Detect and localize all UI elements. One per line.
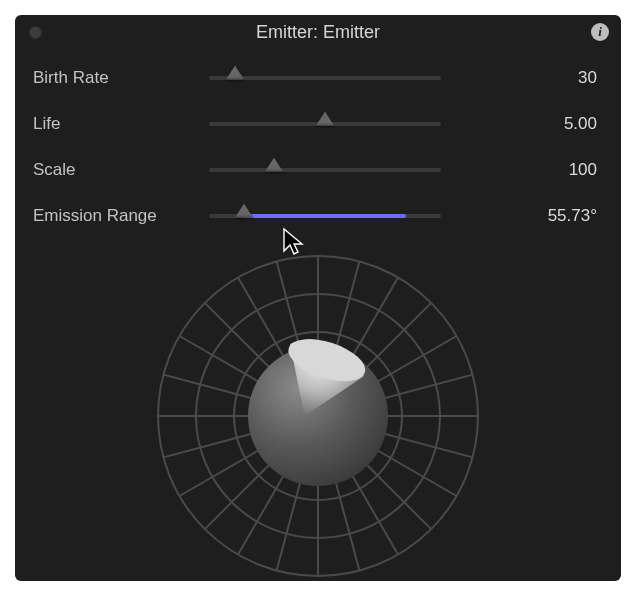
param-label: Emission Range: [33, 206, 209, 226]
emission-range-value[interactable]: 55.73°: [441, 206, 603, 226]
emission-range-slider[interactable]: [209, 206, 441, 226]
close-window-button[interactable]: [29, 26, 42, 39]
slider-track: [209, 76, 441, 80]
param-life: Life 5.00: [15, 101, 621, 147]
parameter-list: Birth Rate 30 Life 5.00 Scale 100 E: [15, 49, 621, 239]
emission-dial-graphic: [153, 251, 483, 581]
param-label: Life: [33, 114, 209, 134]
slider-thumb[interactable]: [265, 157, 283, 171]
hud-panel: Emitter: Emitter i Birth Rate 30 Life 5.…: [15, 15, 621, 581]
param-emission-range: Emission Range 55.73°: [15, 193, 621, 239]
scale-slider[interactable]: [209, 160, 441, 180]
param-label: Scale: [33, 160, 209, 180]
life-value[interactable]: 5.00: [441, 114, 603, 134]
param-label: Birth Rate: [33, 68, 209, 88]
titlebar: Emitter: Emitter i: [15, 15, 621, 49]
info-button[interactable]: i: [591, 23, 609, 41]
emission-dial[interactable]: [153, 251, 483, 581]
param-scale: Scale 100: [15, 147, 621, 193]
life-slider[interactable]: [209, 114, 441, 134]
param-birth-rate: Birth Rate 30: [15, 55, 621, 101]
scale-value[interactable]: 100: [441, 160, 603, 180]
slider-thumb[interactable]: [226, 65, 244, 79]
slider-thumb[interactable]: [235, 203, 253, 217]
info-icon: i: [598, 25, 602, 39]
birth-rate-slider[interactable]: [209, 68, 441, 88]
slider-fill: [244, 214, 406, 218]
slider-track: [209, 168, 441, 172]
birth-rate-value[interactable]: 30: [441, 68, 603, 88]
slider-thumb[interactable]: [316, 111, 334, 125]
panel-title: Emitter: Emitter: [15, 22, 621, 43]
